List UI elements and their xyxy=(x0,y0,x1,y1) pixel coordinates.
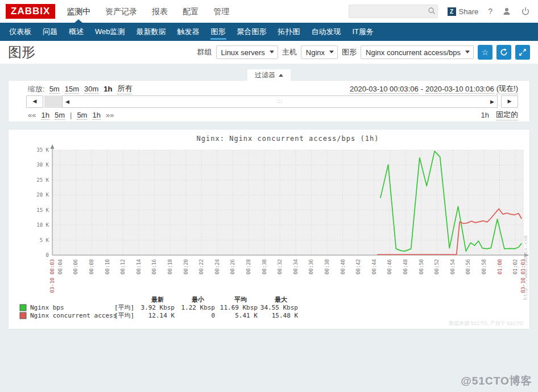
help-button[interactable]: ? xyxy=(488,7,493,16)
svg-text:Nginx bps: Nginx bps xyxy=(30,304,64,311)
nav-item-概述[interactable]: 概述 xyxy=(63,23,89,41)
menu-item-资产记录[interactable]: 资产记录 xyxy=(105,0,137,23)
svg-text:00:40: 00:40 xyxy=(340,259,346,274)
svg-text:00:22: 00:22 xyxy=(198,259,204,274)
svg-text:00:48: 00:48 xyxy=(403,259,408,274)
filter-tab-label: 过滤器 xyxy=(255,70,275,80)
svg-text:00:38: 00:38 xyxy=(324,259,330,274)
zabbix-logo[interactable]: ZABBIX xyxy=(6,4,55,19)
zoom-option-所有[interactable]: 所有 xyxy=(117,84,132,94)
svg-text:5.41 K: 5.41 K xyxy=(235,312,258,319)
nav-item-拓扑图[interactable]: 拓扑图 xyxy=(272,23,306,41)
top-header: ZABBIX 监测中资产记录报表配置管理 Z Share ? xyxy=(0,0,538,23)
nav-item-问题[interactable]: 问题 xyxy=(37,23,63,41)
svg-text:25 K: 25 K xyxy=(36,177,49,183)
scrollbar-right-handle[interactable]: ▶ xyxy=(490,96,494,107)
zoom-option-5m[interactable]: 5m xyxy=(49,85,60,94)
host-select[interactable]: Nginx xyxy=(301,45,338,59)
svg-text:00:10: 00:10 xyxy=(105,259,110,274)
fixed-prefix: 1h xyxy=(481,111,489,119)
group-select[interactable]: Linux servers xyxy=(216,45,278,59)
step-back-5m[interactable]: 5m xyxy=(55,111,65,120)
nav-item-仪表板[interactable]: 仪表板 xyxy=(3,23,37,41)
nav-item-自动发现[interactable]: 自动发现 xyxy=(306,23,347,41)
time-scrollbar-row: ◀ ◀ ::: ▶ ▶ xyxy=(26,95,518,108)
chart-panel: 05 K10 K15 K20 K25 K30 K35 K03-10 00:030… xyxy=(8,129,530,330)
scrollbar-left-handle[interactable]: ◀ xyxy=(65,96,69,107)
svg-text:平均: 平均 xyxy=(234,296,247,303)
scrollbar-grip-icon[interactable]: ::: xyxy=(277,96,283,107)
step-back-fast[interactable]: «« xyxy=(28,111,36,119)
zoom-option-1h[interactable]: 1h xyxy=(104,85,112,93)
svg-text:00:12: 00:12 xyxy=(120,259,126,274)
search-input[interactable] xyxy=(351,6,427,17)
svg-text:00:58: 00:58 xyxy=(481,259,487,274)
filter-tab[interactable]: 过滤器 xyxy=(247,69,291,81)
fullscreen-icon xyxy=(519,48,527,56)
step-fwd-1h[interactable]: 1h xyxy=(92,111,100,120)
svg-text:最新: 最新 xyxy=(151,296,164,303)
svg-text:30 K: 30 K xyxy=(36,162,49,168)
step-fwd-fast[interactable]: »» xyxy=(106,111,114,119)
nav-item-图形[interactable]: 图形 xyxy=(205,23,231,41)
svg-text:0: 0 xyxy=(211,312,215,319)
menu-item-管理[interactable]: 管理 xyxy=(213,0,229,23)
range-start-link[interactable]: 2020-03-10 00:03:06 xyxy=(350,85,419,94)
svg-text:15 K: 15 K xyxy=(36,207,49,213)
search-icon[interactable] xyxy=(428,7,436,17)
svg-text:00:28: 00:28 xyxy=(246,259,251,274)
zoom-options: 5m15m30m1h所有 xyxy=(49,84,133,94)
menu-item-监测中[interactable]: 监测中 xyxy=(67,0,90,23)
step-links-left: ««1h5m|5m1h»» xyxy=(28,111,114,120)
menu-item-配置[interactable]: 配置 xyxy=(183,0,198,23)
nav-item-最新数据[interactable]: 最新数据 xyxy=(131,23,172,41)
svg-text:00:54: 00:54 xyxy=(450,259,456,274)
graph-image[interactable]: 05 K10 K15 K20 K25 K30 K35 K03-10 00:030… xyxy=(9,130,529,329)
graph-select[interactable]: Nginx concurrent access/bps xyxy=(361,45,474,59)
search-box xyxy=(349,5,438,18)
svg-text:00:08: 00:08 xyxy=(89,259,94,274)
svg-text:20 K: 20 K xyxy=(36,192,49,198)
range-now-link[interactable]: (现在!) xyxy=(496,84,518,94)
svg-text:[平均]: [平均] xyxy=(114,304,134,311)
svg-text:00:52: 00:52 xyxy=(434,259,440,274)
step-back-1h[interactable]: 1h xyxy=(41,111,49,120)
svg-text:00:50: 00:50 xyxy=(419,259,424,274)
svg-text:5 K: 5 K xyxy=(40,237,49,243)
favorite-button[interactable]: ☆ xyxy=(478,45,493,60)
nav-item-触发器[interactable]: 触发器 xyxy=(172,23,205,41)
svg-text:[平均]: [平均] xyxy=(114,312,134,319)
nav-item-聚合图形[interactable]: 聚合图形 xyxy=(231,23,272,41)
zoom-option-15m[interactable]: 15m xyxy=(65,85,79,94)
zoom-option-30m[interactable]: 30m xyxy=(84,85,98,94)
svg-text:03-10 00:03: 03-10 00:03 xyxy=(49,259,55,293)
zoom-label: 缩放: xyxy=(28,84,45,94)
nav-item-IT服务[interactable]: IT服务 xyxy=(347,23,380,41)
logout-icon[interactable] xyxy=(521,7,530,16)
main-menu: 监测中资产记录报表配置管理 xyxy=(67,0,229,23)
star-icon: ☆ xyxy=(482,48,489,56)
svg-text:12.14 K: 12.14 K xyxy=(148,312,175,319)
svg-text:35 K: 35 K xyxy=(36,147,49,153)
title-bar: 图形 群组 Linux servers 主机 Nginx 图形 Nginx co… xyxy=(0,41,538,64)
svg-text:http://www.zabbix.com: http://www.zabbix.com xyxy=(523,235,528,300)
scroll-left-button[interactable]: ◀ xyxy=(26,95,43,108)
svg-text:00:16: 00:16 xyxy=(151,259,157,274)
fullscreen-button[interactable] xyxy=(515,45,530,60)
time-range: 2020-03-10 00:03:06 - 2020-03-10 01:03:0… xyxy=(350,84,518,94)
sub-nav: 仪表板问题概述Web监测最新数据触发器图形聚合图形拓扑图自动发现IT服务 xyxy=(0,23,538,41)
share-link[interactable]: Z Share xyxy=(448,7,479,16)
refresh-button[interactable] xyxy=(496,45,511,60)
scrollbar-left-gap[interactable] xyxy=(44,95,62,108)
fixed-link[interactable]: 固定的 xyxy=(496,110,518,120)
filter-panel: 缩放: 5m15m30m1h所有 2020-03-10 00:03:06 - 2… xyxy=(8,80,530,122)
nav-item-Web监测[interactable]: Web监测 xyxy=(89,23,131,41)
range-end-link[interactable]: 2020-03-10 01:03:06 xyxy=(425,85,494,94)
step-fwd-5m[interactable]: 5m xyxy=(77,111,87,120)
zabbix-app: ZABBIX 监测中资产记录报表配置管理 Z Share ? xyxy=(0,0,538,392)
scroll-right-button[interactable]: ▶ xyxy=(501,95,518,108)
menu-item-报表[interactable]: 报表 xyxy=(152,0,168,23)
svg-text:01:02: 01:02 xyxy=(512,259,518,274)
time-scrollbar[interactable]: ◀ ::: ▶ xyxy=(62,95,498,108)
profile-icon[interactable] xyxy=(502,7,511,16)
